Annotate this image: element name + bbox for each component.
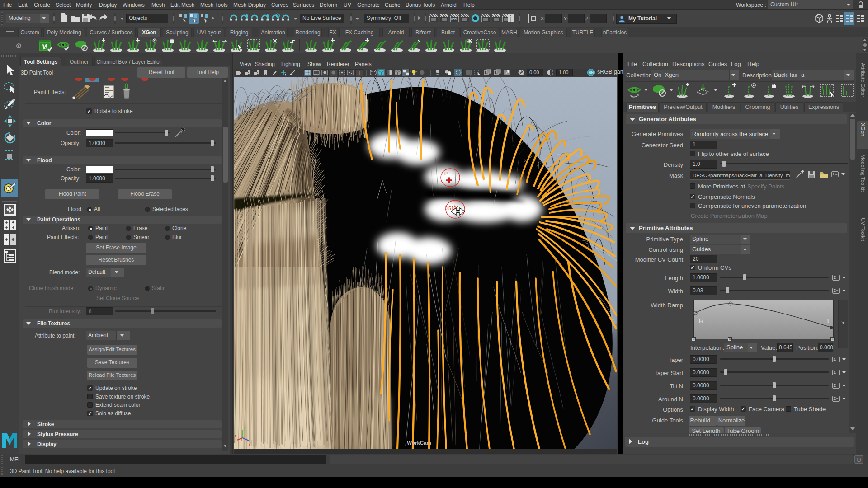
- svg-text:y: y: [244, 425, 246, 430]
- svg-text:P: P: [453, 203, 455, 208]
- svg-text:z: z: [235, 434, 237, 438]
- svg-text:WorkCam: WorkCam: [407, 440, 431, 446]
- svg-text:T: T: [358, 70, 361, 75]
- svg-text:P: P: [444, 171, 448, 176]
- svg-text:x: x: [249, 442, 251, 447]
- svg-text:R: R: [699, 317, 704, 324]
- svg-text:T: T: [826, 317, 830, 324]
